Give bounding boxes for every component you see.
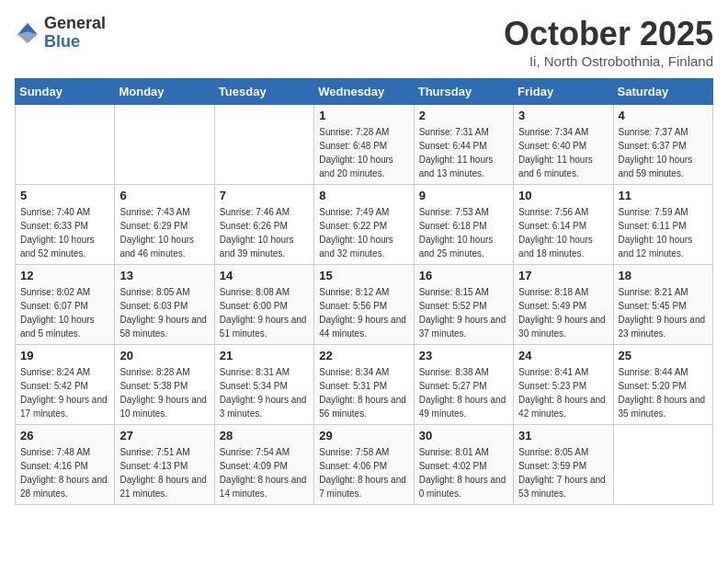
header-tuesday: Tuesday bbox=[214, 79, 313, 105]
day-number: 16 bbox=[419, 269, 508, 282]
day-info: Sunrise: 7:43 AMSunset: 6:29 PMDaylight:… bbox=[119, 205, 209, 260]
calendar-cell: 31Sunrise: 8:05 AMSunset: 3:59 PMDayligh… bbox=[514, 425, 613, 505]
day-info: Sunrise: 8:05 AMSunset: 6:03 PMDaylight:… bbox=[119, 285, 209, 340]
calendar-cell: 17Sunrise: 8:18 AMSunset: 5:49 PMDayligh… bbox=[514, 265, 613, 345]
day-number: 20 bbox=[119, 349, 209, 362]
day-info: Sunrise: 7:53 AMSunset: 6:18 PMDaylight:… bbox=[419, 205, 508, 260]
day-number: 26 bbox=[20, 429, 109, 442]
calendar-cell bbox=[613, 425, 712, 505]
calendar-cell: 6Sunrise: 7:43 AMSunset: 6:29 PMDaylight… bbox=[115, 185, 214, 265]
day-number: 12 bbox=[20, 269, 109, 282]
day-info: Sunrise: 8:41 AMSunset: 5:23 PMDaylight:… bbox=[518, 365, 608, 420]
calendar-cell: 18Sunrise: 8:21 AMSunset: 5:45 PMDayligh… bbox=[613, 265, 712, 345]
day-info: Sunrise: 8:21 AMSunset: 5:45 PMDaylight:… bbox=[619, 285, 708, 340]
day-number: 8 bbox=[319, 189, 408, 202]
calendar-table: SundayMondayTuesdayWednesdayThursdayFrid… bbox=[15, 78, 713, 505]
day-info: Sunrise: 7:46 AMSunset: 6:26 PMDaylight:… bbox=[220, 205, 309, 260]
header-thursday: Thursday bbox=[414, 79, 513, 105]
week-row-2: 5Sunrise: 7:40 AMSunset: 6:33 PMDaylight… bbox=[16, 185, 713, 265]
day-number: 18 bbox=[619, 269, 708, 282]
calendar-cell bbox=[115, 105, 214, 185]
day-info: Sunrise: 7:49 AMSunset: 6:22 PMDaylight:… bbox=[319, 205, 408, 260]
calendar-cell: 8Sunrise: 7:49 AMSunset: 6:22 PMDaylight… bbox=[314, 185, 414, 265]
day-info: Sunrise: 7:37 AMSunset: 6:37 PMDaylight:… bbox=[619, 125, 708, 180]
day-number: 21 bbox=[220, 349, 309, 362]
calendar-cell: 24Sunrise: 8:41 AMSunset: 5:23 PMDayligh… bbox=[514, 345, 613, 425]
day-info: Sunrise: 8:38 AMSunset: 5:27 PMDaylight:… bbox=[419, 365, 508, 420]
week-row-1: 1Sunrise: 7:28 AMSunset: 6:48 PMDaylight… bbox=[16, 105, 713, 185]
calendar-cell: 3Sunrise: 7:34 AMSunset: 6:40 PMDaylight… bbox=[514, 105, 613, 185]
location: Ii, North Ostrobothnia, Finland bbox=[504, 53, 713, 69]
day-info: Sunrise: 7:56 AMSunset: 6:14 PMDaylight:… bbox=[518, 205, 608, 260]
header-row: SundayMondayTuesdayWednesdayThursdayFrid… bbox=[16, 79, 713, 105]
day-info: Sunrise: 8:15 AMSunset: 5:52 PMDaylight:… bbox=[419, 285, 508, 340]
calendar-cell: 5Sunrise: 7:40 AMSunset: 6:33 PMDaylight… bbox=[16, 185, 115, 265]
day-info: Sunrise: 7:59 AMSunset: 6:11 PMDaylight:… bbox=[619, 205, 708, 260]
day-info: Sunrise: 8:34 AMSunset: 5:31 PMDaylight:… bbox=[319, 365, 408, 420]
calendar-cell: 14Sunrise: 8:08 AMSunset: 6:00 PMDayligh… bbox=[214, 265, 313, 345]
day-number: 23 bbox=[419, 349, 508, 362]
day-info: Sunrise: 7:31 AMSunset: 6:44 PMDaylight:… bbox=[419, 125, 508, 180]
calendar-cell: 26Sunrise: 7:48 AMSunset: 4:16 PMDayligh… bbox=[16, 425, 115, 505]
day-number: 11 bbox=[619, 189, 708, 202]
day-number: 27 bbox=[119, 429, 209, 442]
calendar-cell: 29Sunrise: 7:58 AMSunset: 4:06 PMDayligh… bbox=[314, 425, 414, 505]
logo-icon bbox=[15, 20, 40, 46]
calendar-cell: 30Sunrise: 8:01 AMSunset: 4:02 PMDayligh… bbox=[414, 425, 513, 505]
logo-general-text: General bbox=[44, 15, 106, 33]
day-number: 29 bbox=[319, 429, 408, 442]
day-info: Sunrise: 8:02 AMSunset: 6:07 PMDaylight:… bbox=[20, 285, 109, 340]
day-info: Sunrise: 7:51 AMSunset: 4:13 PMDaylight:… bbox=[119, 445, 209, 500]
day-info: Sunrise: 7:34 AMSunset: 6:40 PMDaylight:… bbox=[518, 125, 608, 180]
day-info: Sunrise: 8:18 AMSunset: 5:49 PMDaylight:… bbox=[518, 285, 608, 340]
calendar-cell: 9Sunrise: 7:53 AMSunset: 6:18 PMDaylight… bbox=[414, 185, 513, 265]
day-info: Sunrise: 7:28 AMSunset: 6:48 PMDaylight:… bbox=[319, 125, 408, 180]
calendar-cell: 28Sunrise: 7:54 AMSunset: 4:09 PMDayligh… bbox=[214, 425, 313, 505]
day-number: 9 bbox=[419, 189, 508, 202]
calendar-cell: 19Sunrise: 8:24 AMSunset: 5:42 PMDayligh… bbox=[16, 345, 115, 425]
calendar-cell: 27Sunrise: 7:51 AMSunset: 4:13 PMDayligh… bbox=[115, 425, 214, 505]
day-number: 28 bbox=[220, 429, 309, 442]
logo-blue-text: Blue bbox=[44, 33, 106, 52]
month-title: October 2025 bbox=[504, 15, 713, 53]
calendar-cell: 13Sunrise: 8:05 AMSunset: 6:03 PMDayligh… bbox=[115, 265, 214, 345]
day-info: Sunrise: 8:05 AMSunset: 3:59 PMDaylight:… bbox=[518, 445, 608, 500]
logo-text: General Blue bbox=[44, 15, 106, 52]
day-info: Sunrise: 7:58 AMSunset: 4:06 PMDaylight:… bbox=[319, 445, 408, 500]
header-monday: Monday bbox=[115, 79, 214, 105]
day-info: Sunrise: 8:28 AMSunset: 5:38 PMDaylight:… bbox=[119, 365, 209, 420]
calendar-cell: 11Sunrise: 7:59 AMSunset: 6:11 PMDayligh… bbox=[613, 185, 712, 265]
header-friday: Friday bbox=[514, 79, 613, 105]
logo: General Blue bbox=[15, 15, 106, 52]
calendar-cell: 23Sunrise: 8:38 AMSunset: 5:27 PMDayligh… bbox=[414, 345, 513, 425]
day-number: 15 bbox=[319, 269, 408, 282]
day-number: 17 bbox=[518, 269, 608, 282]
day-number: 30 bbox=[419, 429, 508, 442]
calendar-cell: 10Sunrise: 7:56 AMSunset: 6:14 PMDayligh… bbox=[514, 185, 613, 265]
week-row-3: 12Sunrise: 8:02 AMSunset: 6:07 PMDayligh… bbox=[16, 265, 713, 345]
calendar-cell: 20Sunrise: 8:28 AMSunset: 5:38 PMDayligh… bbox=[115, 345, 214, 425]
day-number: 31 bbox=[518, 429, 608, 442]
day-number: 3 bbox=[518, 109, 608, 122]
calendar-cell: 12Sunrise: 8:02 AMSunset: 6:07 PMDayligh… bbox=[16, 265, 115, 345]
day-number: 10 bbox=[518, 189, 608, 202]
calendar-cell: 21Sunrise: 8:31 AMSunset: 5:34 PMDayligh… bbox=[214, 345, 313, 425]
day-info: Sunrise: 8:31 AMSunset: 5:34 PMDaylight:… bbox=[220, 365, 309, 420]
day-number: 6 bbox=[119, 189, 209, 202]
day-number: 7 bbox=[220, 189, 309, 202]
day-number: 5 bbox=[20, 189, 109, 202]
day-number: 13 bbox=[119, 269, 209, 282]
week-row-4: 19Sunrise: 8:24 AMSunset: 5:42 PMDayligh… bbox=[16, 345, 713, 425]
day-info: Sunrise: 7:40 AMSunset: 6:33 PMDaylight:… bbox=[20, 205, 109, 260]
title-block: October 2025 Ii, North Ostrobothnia, Fin… bbox=[504, 15, 713, 69]
calendar-cell: 16Sunrise: 8:15 AMSunset: 5:52 PMDayligh… bbox=[414, 265, 513, 345]
header-wednesday: Wednesday bbox=[314, 79, 414, 105]
header-sunday: Sunday bbox=[16, 79, 115, 105]
calendar-cell: 4Sunrise: 7:37 AMSunset: 6:37 PMDaylight… bbox=[613, 105, 712, 185]
calendar-cell: 25Sunrise: 8:44 AMSunset: 5:20 PMDayligh… bbox=[613, 345, 712, 425]
calendar-cell bbox=[214, 105, 313, 185]
day-info: Sunrise: 7:48 AMSunset: 4:16 PMDaylight:… bbox=[20, 445, 109, 500]
day-info: Sunrise: 8:24 AMSunset: 5:42 PMDaylight:… bbox=[20, 365, 109, 420]
day-info: Sunrise: 8:12 AMSunset: 5:56 PMDaylight:… bbox=[319, 285, 408, 340]
day-number: 25 bbox=[619, 349, 708, 362]
